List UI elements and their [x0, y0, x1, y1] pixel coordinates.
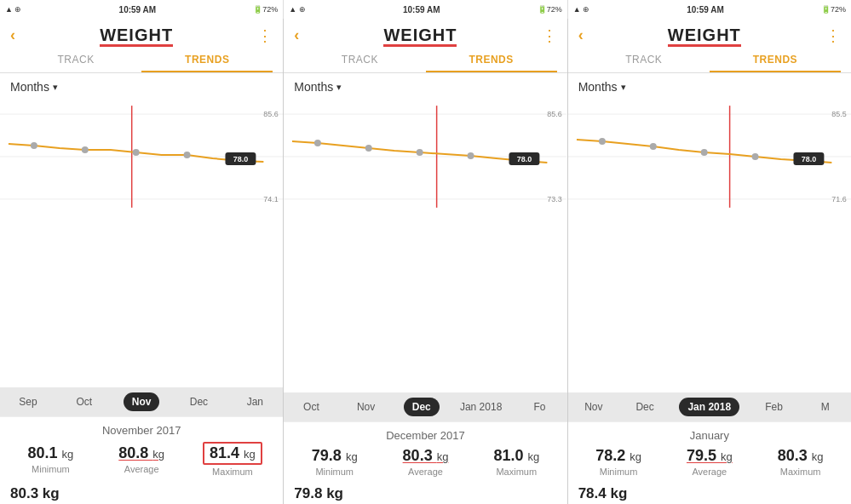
- period-title-2: December 2017: [289, 429, 561, 442]
- stats-january: January 78.2 kg Minimum 79.5 kg Average …: [568, 421, 851, 480]
- chart-svg-3: 85.5 71.6 78.0: [568, 97, 851, 216]
- svg-text:74.1: 74.1: [263, 195, 278, 203]
- period-label-2: Months: [294, 80, 333, 94]
- svg-point-7: [82, 146, 89, 153]
- stat-min-value-1: 80.1 kg: [5, 444, 96, 462]
- svg-point-35: [751, 153, 758, 160]
- period-selector-3[interactable]: Months ▾: [568, 73, 851, 97]
- tab-track-1[interactable]: TRACK: [10, 49, 141, 72]
- stat-max-label-1: Maximum: [187, 467, 279, 477]
- header-january: ‹ WEIGHT ⋮: [568, 19, 851, 49]
- status-left-icons: ▲ ⊕: [5, 5, 21, 14]
- period-selector-1[interactable]: Months ▾: [0, 73, 283, 97]
- svg-text:85.6: 85.6: [263, 110, 278, 118]
- stat-max-1: 81.4 kg Maximum: [187, 442, 279, 477]
- svg-text:73.3: 73.3: [548, 195, 562, 203]
- svg-text:78.0: 78.0: [801, 155, 815, 163]
- stat-avg-2: 80.3 kg Average: [380, 447, 471, 477]
- header-december: ‹ WEIGHT ⋮: [284, 19, 566, 49]
- month-dec-3: Dec: [628, 401, 662, 413]
- period-chevron-1: ▾: [53, 82, 58, 93]
- svg-text:78.0: 78.0: [233, 155, 248, 163]
- stats-november: November 2017 80.1 kg Minimum 80.8 kg Av…: [0, 416, 283, 480]
- svg-point-8: [133, 149, 140, 156]
- stat-avg-label-2: Average: [380, 467, 471, 477]
- status-right-icons-2: 🔋72%: [538, 5, 562, 14]
- month-feb-3: Feb: [756, 401, 791, 413]
- month-jan2018-active[interactable]: Jan 2018: [679, 398, 739, 416]
- svg-point-22: [468, 152, 474, 159]
- bottom-section-3: 78.4 kg: [568, 480, 851, 504]
- month-fo-2: Fo: [523, 401, 557, 413]
- stat-max-label-2: Maximum: [471, 467, 562, 477]
- menu-button-1[interactable]: ⋮: [257, 26, 273, 45]
- month-dec: Dec: [181, 396, 216, 408]
- status-bar-3: ▲ ⊕ 10:59 AM 🔋72%: [568, 0, 851, 19]
- stat-max-value-1: 81.4 kg: [210, 444, 256, 462]
- month-nov-3: Nov: [577, 401, 611, 413]
- stat-min-value-2: 79.8 kg: [289, 447, 380, 465]
- month-dec-active[interactable]: Dec: [404, 398, 440, 416]
- stat-min-2: 79.8 kg Minimum: [289, 447, 380, 477]
- panel-november: ‹ WEIGHT ⋮ TRACK TRENDS Months ▾ 85.6 74…: [0, 19, 284, 504]
- stat-min-1: 80.1 kg Minimum: [5, 444, 96, 474]
- panel-december: ‹ WEIGHT ⋮ TRACK TRENDS Months ▾ 85.6 73…: [284, 19, 567, 504]
- timeline-2: Oct Nov Dec Jan 2018 Fo: [284, 392, 566, 421]
- chart-area-3: 85.5 71.6 78.0: [568, 97, 851, 392]
- svg-point-21: [417, 149, 423, 156]
- status-time-1: 10:59 AM: [119, 5, 157, 14]
- svg-point-20: [365, 145, 372, 152]
- timeline-1: Sep Oct Nov Dec Jan: [0, 387, 283, 416]
- back-button-3[interactable]: ‹: [578, 26, 584, 44]
- panels-container: ‹ WEIGHT ⋮ TRACK TRENDS Months ▾ 85.6 74…: [0, 19, 851, 504]
- period-chevron-2: ▾: [336, 82, 342, 93]
- chart-area-2: 85.6 73.3 78.0: [284, 97, 566, 392]
- month-oct: Oct: [67, 396, 101, 408]
- app-title-1: WEIGHT: [100, 26, 173, 45]
- stat-avg-value-2: 80.3 kg: [380, 447, 471, 465]
- tab-track-2[interactable]: TRACK: [294, 49, 425, 72]
- tabs-december: TRACK TRENDS: [284, 49, 566, 73]
- stats-row-3: 78.2 kg Minimum 79.5 kg Average 80.3 kg …: [573, 447, 846, 477]
- stats-row-2: 79.8 kg Minimum 80.3 kg Average 81.0 kg …: [289, 447, 561, 477]
- period-title-3: January: [573, 429, 846, 442]
- period-label-3: Months: [578, 80, 618, 94]
- back-button-2[interactable]: ‹: [294, 26, 299, 44]
- month-jan2018-2: Jan 2018: [460, 401, 502, 413]
- stats-december: December 2017 79.8 kg Minimum 80.3 kg Av…: [284, 421, 566, 480]
- month-m-3: M: [808, 401, 842, 413]
- stat-min-label-3: Minimum: [573, 467, 664, 477]
- tab-trends-2[interactable]: TRENDS: [426, 49, 557, 72]
- status-bar-1: ▲ ⊕ 10:59 AM 🔋72%: [0, 0, 284, 19]
- tab-trends-1[interactable]: TRENDS: [141, 49, 273, 72]
- stats-row-1: 80.1 kg Minimum 80.8 kg Average 81.4 kg …: [5, 442, 278, 477]
- tab-track-3[interactable]: TRACK: [578, 49, 710, 72]
- app-title-3: WEIGHT: [668, 26, 741, 45]
- timeline-3: Nov Dec Jan 2018 Feb M: [568, 392, 851, 421]
- bottom-section-2: 79.8 kg: [284, 480, 566, 504]
- month-nov-2: Nov: [349, 401, 383, 413]
- tabs-november: TRACK TRENDS: [0, 49, 283, 73]
- bottom-value-1: 80.3 kg: [10, 485, 273, 502]
- menu-button-3[interactable]: ⋮: [825, 26, 841, 45]
- menu-button-2[interactable]: ⋮: [542, 26, 557, 45]
- tab-trends-3[interactable]: TRENDS: [710, 49, 841, 72]
- chart-area-1: 85.6 74.1 78.0: [0, 97, 283, 387]
- status-right-icons-3: 🔋72%: [821, 5, 846, 14]
- svg-text:85.5: 85.5: [831, 110, 846, 118]
- stat-min-value-3: 78.2 kg: [573, 447, 664, 465]
- bottom-value-2: 79.8 kg: [294, 485, 556, 502]
- stat-max-value-3: 80.3 kg: [755, 447, 846, 465]
- period-selector-2[interactable]: Months ▾: [284, 73, 566, 97]
- stat-max-label-3: Maximum: [755, 467, 846, 477]
- header-november: ‹ WEIGHT ⋮: [0, 19, 283, 49]
- status-left-icons-3: ▲ ⊕: [573, 5, 589, 14]
- stat-avg-value-1: 80.8 kg: [96, 444, 187, 462]
- svg-point-34: [700, 149, 707, 156]
- stat-min-label-1: Minimum: [5, 464, 96, 474]
- status-right-icons-1: 🔋72%: [253, 5, 278, 14]
- month-nov-active[interactable]: Nov: [124, 392, 160, 411]
- svg-text:78.0: 78.0: [517, 155, 532, 163]
- back-button-1[interactable]: ‹: [10, 26, 15, 44]
- month-oct-2: Oct: [294, 401, 328, 413]
